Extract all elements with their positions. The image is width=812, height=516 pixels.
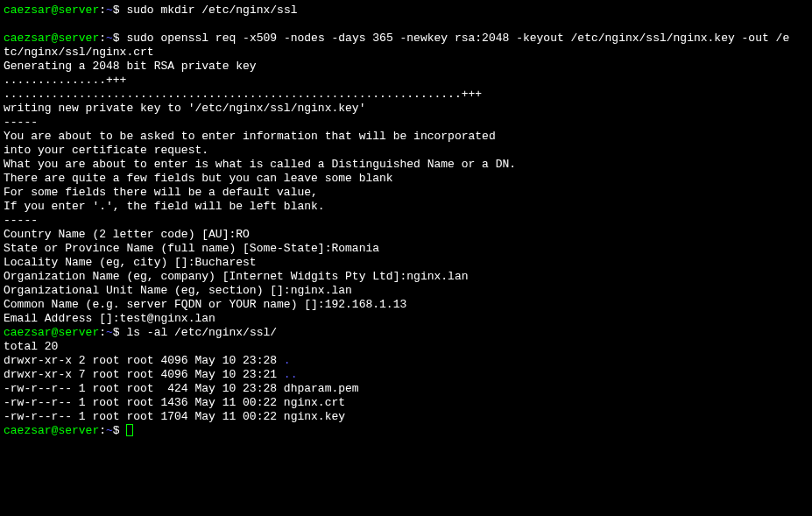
prompt-sep: : — [99, 424, 106, 437]
ls-dir-name: . — [284, 354, 291, 367]
output-line: What you are about to enter is what is c… — [4, 158, 808, 172]
prompt-sep: : — [99, 32, 106, 45]
prompt-user: caezsar@server — [4, 32, 99, 45]
ls-total: total 20 — [4, 340, 808, 354]
output-line: Common Name (e.g. server FQDN or YOUR na… — [4, 298, 808, 312]
output-line: into your certificate request. — [4, 144, 808, 158]
cmd-text: sudo mkdir /etc/nginx/ssl — [126, 4, 297, 17]
output-line: ...............+++ — [4, 74, 808, 88]
prompt-symbol: $ — [113, 424, 127, 437]
prompt-symbol: $ — [113, 32, 127, 45]
output-line: Organization Name (eg, company) [Interne… — [4, 270, 808, 284]
output-line: You are about to be asked to enter infor… — [4, 130, 808, 144]
output-line: Country Name (2 letter code) [AU]:RO — [4, 228, 808, 242]
ls-row: drwxr-xr-x 2 root root 4096 May 10 23:28… — [4, 354, 808, 368]
cmd-line-2-wrap: tc/nginx/ssl/nginx.crt — [4, 46, 808, 60]
ls-row: -rw-r--r-- 1 root root 1436 May 11 00:22… — [4, 396, 808, 410]
terminal-output: caezsar@server:~$ sudo mkdir /etc/nginx/… — [4, 4, 808, 438]
output-line: Generating a 2048 bit RSA private key — [4, 60, 808, 74]
output-line: writing new private key to '/etc/nginx/s… — [4, 102, 808, 116]
cmd-line-2: caezsar@server:~$ sudo openssl req -x509… — [4, 32, 808, 46]
output-line: Email Address []:test@nginx.lan — [4, 312, 808, 326]
output-line: For some fields there will be a default … — [4, 186, 808, 200]
cmd-line-empty[interactable]: caezsar@server:~$ — [4, 424, 808, 438]
output-line: ........................................… — [4, 88, 808, 102]
cmd-line-1: caezsar@server:~$ sudo mkdir /etc/nginx/… — [4, 4, 808, 18]
prompt-user: caezsar@server — [4, 4, 99, 17]
output-line: ----- — [4, 214, 808, 228]
prompt-path: ~ — [106, 326, 113, 339]
cmd-text: ls -al /etc/nginx/ssl/ — [126, 326, 277, 339]
prompt-path: ~ — [106, 32, 113, 45]
prompt-sep: : — [99, 4, 106, 17]
prompt-user: caezsar@server — [4, 326, 99, 339]
prompt-user: caezsar@server — [4, 424, 99, 437]
blank-line — [4, 18, 808, 32]
ls-dir-name: .. — [284, 368, 298, 381]
cursor-block — [126, 424, 133, 436]
output-line: State or Province Name (full name) [Some… — [4, 242, 808, 256]
ls-row: drwxr-xr-x 7 root root 4096 May 10 23:21… — [4, 368, 808, 382]
ls-perms: drwxr-xr-x 7 root root 4096 May 10 23:21 — [4, 368, 284, 381]
prompt-path: ~ — [106, 424, 113, 437]
output-line: ----- — [4, 116, 808, 130]
ls-row: -rw-r--r-- 1 root root 1704 May 11 00:22… — [4, 410, 808, 424]
prompt-path: ~ — [106, 4, 113, 17]
prompt-sep: : — [99, 326, 106, 339]
output-line: Locality Name (eg, city) []:Bucharest — [4, 256, 808, 270]
prompt-symbol: $ — [113, 4, 127, 17]
output-line: If you enter '.', the field will be left… — [4, 200, 808, 214]
cmd-text: sudo openssl req -x509 -nodes -days 365 … — [126, 32, 789, 45]
output-line: There are quite a few fields but you can… — [4, 172, 808, 186]
ls-row: -rw-r--r-- 1 root root 424 May 10 23:28 … — [4, 382, 808, 396]
ls-perms: drwxr-xr-x 2 root root 4096 May 10 23:28 — [4, 354, 284, 367]
output-line: Organizational Unit Name (eg, section) [… — [4, 284, 808, 298]
prompt-symbol: $ — [113, 326, 127, 339]
cmd-line-3: caezsar@server:~$ ls -al /etc/nginx/ssl/ — [4, 326, 808, 340]
